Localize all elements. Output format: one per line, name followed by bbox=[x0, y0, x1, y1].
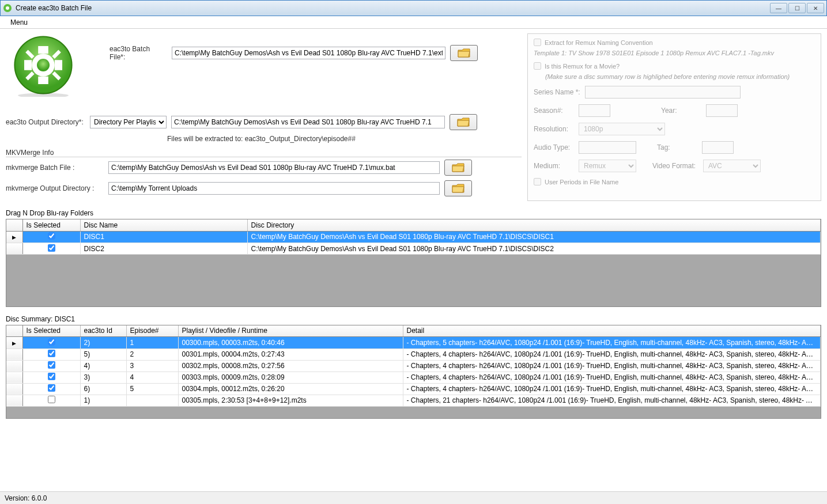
disc-grid-header-name[interactable]: Disc Name bbox=[80, 219, 247, 231]
row-checkbox[interactable] bbox=[48, 244, 55, 252]
batch-file-input[interactable] bbox=[172, 47, 445, 59]
minimize-button[interactable]: — bbox=[770, 3, 787, 13]
table-row[interactable]: 3) 4 00303.mpls, 00009.m2ts, 0:28:09 - C… bbox=[6, 372, 821, 383]
year-input[interactable] bbox=[706, 104, 738, 117]
detail-cell[interactable]: - Chapters, 4 chapters- h264/AVC, 1080p2… bbox=[403, 383, 821, 395]
row-selected-cell[interactable] bbox=[22, 348, 80, 360]
row-header[interactable]: ▶ bbox=[6, 337, 22, 348]
disc-grid-header-selected[interactable]: Is Selected bbox=[22, 219, 80, 231]
row-header[interactable] bbox=[6, 348, 22, 360]
row-header[interactable] bbox=[6, 395, 22, 406]
mkvmerge-out-input[interactable] bbox=[108, 182, 440, 195]
eac3to-id-cell[interactable]: 3) bbox=[80, 372, 126, 383]
table-row[interactable]: 6) 5 00304.mpls, 00012.m2ts, 0:26:20 - C… bbox=[6, 383, 821, 395]
season-label: Season#: bbox=[534, 107, 574, 115]
output-dir-browse-button[interactable] bbox=[450, 114, 477, 130]
row-header[interactable]: ▶ bbox=[6, 232, 22, 243]
row-selected-cell[interactable] bbox=[22, 395, 80, 406]
season-input[interactable] bbox=[579, 104, 610, 117]
row-header[interactable] bbox=[6, 243, 22, 255]
medium-select[interactable]: Remux bbox=[579, 160, 636, 172]
disc-grid-header-dir[interactable]: Disc Directory bbox=[247, 219, 821, 231]
row-selected-cell[interactable] bbox=[22, 243, 80, 255]
eac3to-id-cell[interactable]: 1) bbox=[80, 395, 126, 406]
detail-cell[interactable]: - Chapters, 21 chapters- h264/AVC, 1080p… bbox=[403, 395, 821, 406]
batch-file-browse-button[interactable] bbox=[450, 45, 478, 61]
detail-cell[interactable]: - Chapters, 4 chapters- h264/AVC, 1080p2… bbox=[403, 372, 821, 383]
row-header[interactable] bbox=[6, 360, 22, 372]
detail-cell[interactable]: - Chapters, 4 chapters- h264/AVC, 1080p2… bbox=[403, 348, 821, 360]
eac3to-id-cell[interactable]: 5) bbox=[80, 348, 126, 360]
playlist-cell[interactable]: 00304.mpls, 00012.m2ts, 0:26:20 bbox=[178, 383, 403, 395]
row-header[interactable] bbox=[6, 372, 22, 383]
row-selected-cell[interactable] bbox=[22, 232, 80, 243]
row-selected-cell[interactable] bbox=[22, 383, 80, 395]
eac3to-id-cell[interactable]: 2) bbox=[80, 337, 126, 348]
table-row[interactable]: 1) 00305.mpls, 2:30:53 [3+4+8+9+12].m2ts… bbox=[6, 395, 821, 406]
disc-name-cell[interactable]: DISC2 bbox=[80, 243, 247, 255]
menu-item-menu[interactable]: Menu bbox=[6, 17, 32, 28]
disc-dir-cell[interactable]: C:\temp\My BatchGuy Demos\Ash vs Evil De… bbox=[247, 232, 821, 243]
eac3to-id-cell[interactable]: 4) bbox=[80, 360, 126, 372]
resolution-select[interactable]: 1080p bbox=[579, 123, 665, 135]
episode-cell[interactable]: 4 bbox=[126, 372, 178, 383]
episode-cell[interactable]: 5 bbox=[126, 383, 178, 395]
disc-name-cell[interactable]: DISC1 bbox=[80, 232, 247, 243]
tag-input[interactable] bbox=[702, 141, 734, 154]
table-row[interactable]: ▶ DISC1 C:\temp\My BatchGuy Demos\Ash vs… bbox=[6, 232, 821, 243]
audio-type-label: Audio Type: bbox=[534, 143, 574, 151]
row-selected-cell[interactable] bbox=[22, 360, 80, 372]
remux-panel: Extract for Remux Naming Convention Temp… bbox=[527, 33, 821, 201]
row-header[interactable] bbox=[6, 383, 22, 395]
episode-cell[interactable]: 1 bbox=[126, 337, 178, 348]
playlist-cell[interactable]: 00305.mpls, 2:30:53 [3+4+8+9+12].m2ts bbox=[178, 395, 403, 406]
row-checkbox[interactable] bbox=[48, 350, 55, 357]
titlebar[interactable]: Create eac3to Batch File — ☐ ✕ bbox=[0, 0, 827, 16]
detail-cell[interactable]: - Chapters, 4 chapters- h264/AVC, 1080p2… bbox=[403, 360, 821, 372]
summary-header-play[interactable]: Playlist / Videofile / Runtime bbox=[178, 325, 403, 337]
periods-checkbox[interactable] bbox=[534, 178, 541, 185]
summary-header-det[interactable]: Detail bbox=[403, 325, 821, 337]
mkvmerge-batch-browse-button[interactable] bbox=[444, 160, 472, 176]
detail-cell[interactable]: - Chapters, 5 chapters- h264/AVC, 1080p2… bbox=[403, 337, 821, 348]
eac3to-id-cell[interactable]: 6) bbox=[80, 383, 126, 395]
movie-remux-checkbox[interactable] bbox=[534, 62, 541, 70]
table-row[interactable]: DISC2 C:\temp\My BatchGuy Demos\Ash vs E… bbox=[6, 243, 821, 255]
remux-template: Template 1: TV Show 1978 S01E01 Episode … bbox=[534, 50, 815, 56]
output-dir-mode-select[interactable]: Directory Per Playlist bbox=[90, 116, 167, 128]
table-row[interactable]: 4) 3 00302.mpls, 00008.m2ts, 0:27:56 - C… bbox=[6, 360, 821, 372]
summary-header-selected[interactable]: Is Selected bbox=[22, 325, 80, 337]
extract-remux-checkbox[interactable] bbox=[534, 39, 541, 46]
maximize-button[interactable]: ☐ bbox=[788, 3, 806, 13]
playlist-cell[interactable]: 00300.mpls, 00003.m2ts, 0:40:46 bbox=[178, 337, 403, 348]
row-selected-cell[interactable] bbox=[22, 337, 80, 348]
summary-header-ep[interactable]: Episode# bbox=[126, 325, 178, 337]
mkvmerge-batch-input[interactable] bbox=[108, 161, 440, 174]
series-name-input[interactable] bbox=[585, 86, 741, 98]
video-format-select[interactable]: AVC bbox=[703, 160, 761, 172]
table-row[interactable]: 5) 2 00301.mpls, 00004.m2ts, 0:27:43 - C… bbox=[6, 348, 821, 360]
disc-grid: Is Selected Disc Name Disc Directory ▶ D… bbox=[6, 219, 821, 307]
row-selected-cell[interactable] bbox=[22, 372, 80, 383]
audio-type-input[interactable] bbox=[579, 141, 636, 154]
row-checkbox[interactable] bbox=[48, 232, 55, 240]
playlist-cell[interactable]: 00303.mpls, 00009.m2ts, 0:28:09 bbox=[178, 372, 403, 383]
mkvmerge-out-label: mkvmerge Output Directory : bbox=[6, 184, 104, 192]
disc-dir-cell[interactable]: C:\temp\My BatchGuy Demos\Ash vs Evil De… bbox=[247, 243, 821, 255]
app-icon bbox=[3, 3, 12, 13]
row-checkbox[interactable] bbox=[48, 373, 55, 380]
playlist-cell[interactable]: 00301.mpls, 00004.m2ts, 0:27:43 bbox=[178, 348, 403, 360]
mkvmerge-out-browse-button[interactable] bbox=[444, 180, 472, 196]
row-checkbox[interactable] bbox=[48, 384, 55, 392]
row-checkbox[interactable] bbox=[48, 361, 55, 369]
output-dir-input[interactable] bbox=[171, 116, 445, 128]
row-checkbox[interactable] bbox=[48, 338, 55, 346]
episode-cell[interactable]: 2 bbox=[126, 348, 178, 360]
row-checkbox[interactable] bbox=[48, 396, 55, 403]
episode-cell[interactable] bbox=[126, 395, 178, 406]
playlist-cell[interactable]: 00302.mpls, 00008.m2ts, 0:27:56 bbox=[178, 360, 403, 372]
summary-header-id[interactable]: eac3to Id bbox=[80, 325, 126, 337]
close-button[interactable]: ✕ bbox=[807, 3, 824, 13]
table-row[interactable]: ▶ 2) 1 00300.mpls, 00003.m2ts, 0:40:46 -… bbox=[6, 337, 821, 348]
episode-cell[interactable]: 3 bbox=[126, 360, 178, 372]
